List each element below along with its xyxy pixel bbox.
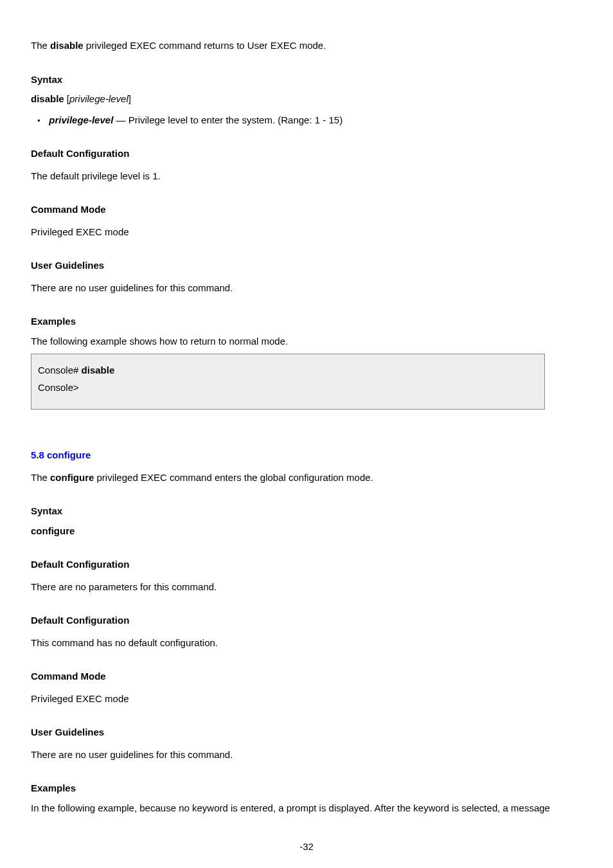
code-cmd-1: disable — [82, 365, 115, 375]
examples-heading-2: Examples — [31, 781, 582, 796]
page-container: The disable privileged EXEC command retu… — [0, 0, 613, 868]
default-heading-2a: Default Configuration — [31, 557, 582, 572]
guidelines-text-2: There are no user guidelines for this co… — [31, 748, 582, 763]
text-bold-disable: disable — [50, 40, 84, 51]
bullet-text: privilege-level — Privilege level to ent… — [49, 113, 342, 128]
text-post-2: privileged EXEC command enters the globa… — [94, 472, 373, 483]
bullet-item-privilege: ▪ privilege-level — Privilege level to e… — [37, 113, 582, 128]
syntax-heading-2: Syntax — [31, 504, 582, 519]
code-line-1: Console# disable — [38, 363, 538, 378]
guidelines-heading-2: User Guidelines — [31, 725, 582, 740]
mode-heading-2: Command Mode — [31, 669, 582, 684]
default-text-1: The default privilege level is 1. — [31, 169, 582, 184]
syntax-heading-1: Syntax — [31, 73, 582, 87]
mode-text-1: Privileged EXEC mode — [31, 225, 582, 240]
default-text-2a: There are no parameters for this command… — [31, 580, 582, 595]
bullet-icon: ▪ — [37, 113, 40, 127]
page-number: -32 — [299, 841, 314, 852]
example-text-1: The following example shows how to retur… — [31, 334, 582, 349]
syntax-cmd-2: configure — [31, 525, 75, 536]
configure-anchor-heading: 5.8 configure — [31, 448, 582, 463]
text-pre: The — [31, 40, 50, 51]
mode-heading-1: Command Mode — [31, 203, 582, 217]
disable-description: The disable privileged EXEC command retu… — [31, 39, 582, 53]
mode-text-2: Privileged EXEC mode — [31, 692, 582, 707]
syntax-line-configure: configure — [31, 524, 582, 539]
code-line-2: Console> — [38, 381, 538, 395]
syntax-line-disable: disable [privilege-level] — [31, 92, 582, 107]
syntax-param: privilege-level — [69, 93, 129, 104]
syntax-cmd: disable — [31, 93, 67, 104]
examples-heading-1: Examples — [31, 314, 582, 329]
default-text-2b: This command has no default configuratio… — [31, 636, 582, 651]
syntax-rb: ] — [129, 93, 131, 104]
default-heading-1: Default Configuration — [31, 147, 582, 161]
guidelines-text-1: There are no user guidelines for this co… — [31, 281, 582, 296]
default-heading-2b: Default Configuration — [31, 613, 582, 628]
text-post: privileged EXEC command returns to User … — [84, 40, 326, 51]
code-prompt-1: Console# — [38, 365, 82, 375]
guidelines-heading-1: User Guidelines — [31, 258, 582, 273]
text-pre-2: The — [31, 472, 50, 483]
bullet-param: privilege-level — [49, 114, 116, 125]
page-footer: -32 — [0, 840, 613, 854]
configure-description: The configure privileged EXEC command en… — [31, 471, 582, 485]
bullet-desc: — Privilege level to enter the system. (… — [116, 114, 342, 125]
example-text-2: In the following example, because no key… — [31, 801, 582, 816]
text-bold-configure: configure — [50, 472, 94, 483]
code-block-disable: Console# disable Console> — [31, 354, 545, 410]
